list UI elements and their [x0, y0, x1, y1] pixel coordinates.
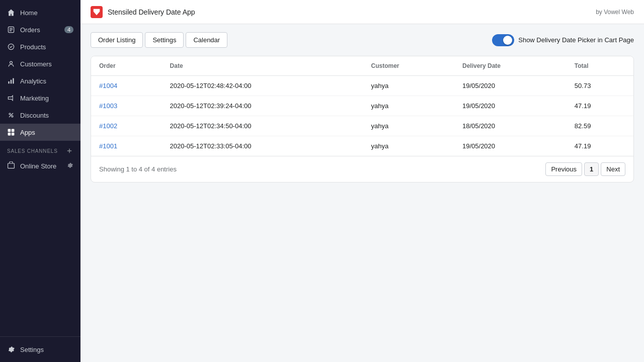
cell-order[interactable]: #1004 [91, 76, 162, 96]
settings-bottom-label: Settings [20, 346, 44, 353]
next-button[interactable]: Next [601, 162, 625, 176]
sidebar-item-discounts[interactable]: Discounts [0, 107, 80, 124]
orders-table-card: Order Date Customer Delivery Date Total … [91, 56, 634, 183]
sidebar-item-settings[interactable]: Settings [0, 341, 80, 358]
topbar: Stensiled Delivery Date App by Vowel Web [80, 0, 644, 24]
cell-customer: yahya [363, 116, 454, 136]
cell-delivery-date: 19/05/2020 [454, 96, 567, 116]
delivery-date-toggle[interactable] [492, 34, 514, 46]
settings-icon [7, 345, 15, 353]
svg-rect-15 [12, 133, 15, 136]
col-order: Order [91, 56, 162, 76]
toggle-thumb [503, 36, 512, 45]
svg-rect-13 [12, 129, 15, 132]
sidebar-item-online-store[interactable]: Online Store [0, 157, 80, 175]
svg-point-5 [10, 61, 13, 64]
orders-table: Order Date Customer Delivery Date Total … [91, 56, 633, 156]
cell-order[interactable]: #1003 [91, 96, 162, 116]
app-logo [91, 6, 103, 18]
svg-point-10 [12, 116, 13, 117]
pagination-row: Showing 1 to 4 of 4 entries Previous 1 N… [91, 156, 633, 182]
tab-settings[interactable]: Settings [145, 32, 184, 48]
cell-customer: yahya [363, 96, 454, 116]
table-row: #1001 2020-05-12T02:33:05-04:00 yahya 19… [91, 136, 633, 156]
main-content: Stensiled Delivery Date App by Vowel Web… [80, 0, 644, 362]
online-store-label: Online Store [20, 162, 56, 170]
cell-total: 50.73 [567, 76, 633, 96]
cell-order[interactable]: #1001 [91, 136, 162, 156]
svg-point-9 [9, 113, 11, 115]
toggle-label: Show Delivery Date Picker in Cart Page [518, 36, 634, 44]
table-header-row: Order Date Customer Delivery Date Total [91, 56, 633, 76]
sidebar-item-home-label: Home [20, 9, 38, 17]
sidebar-bottom: Settings [0, 336, 80, 362]
sidebar-item-discounts-label: Discounts [20, 112, 49, 119]
cell-customer: yahya [363, 136, 454, 156]
sidebar-item-apps-label: Apps [20, 129, 35, 136]
svg-rect-12 [8, 129, 11, 132]
online-store-icon [7, 161, 15, 171]
sidebar-item-home[interactable]: Home [0, 4, 80, 21]
sidebar-item-customers-label: Customers [20, 60, 52, 68]
cell-date: 2020-05-12T02:48:42-04:00 [162, 76, 363, 96]
svg-rect-6 [8, 81, 9, 84]
customers-icon [7, 60, 15, 68]
marketing-icon [7, 94, 15, 102]
sidebar-item-customers[interactable]: Customers [0, 55, 80, 72]
col-delivery-date: Delivery Date [454, 56, 567, 76]
page-1-button[interactable]: 1 [584, 162, 599, 176]
sidebar-item-products[interactable]: Products [0, 38, 80, 55]
sidebar-item-orders[interactable]: Orders 4 [0, 21, 80, 38]
previous-button[interactable]: Previous [545, 162, 582, 176]
discounts-icon [7, 111, 15, 119]
pagination-controls: Previous 1 Next [545, 162, 625, 176]
sidebar: Home Orders 4 Products Customers A [0, 0, 80, 362]
home-icon [7, 9, 15, 17]
col-total: Total [567, 56, 633, 76]
showing-text: Showing 1 to 4 of 4 entries [99, 165, 177, 173]
tab-bar: Order Listing Settings Calendar Show Del… [91, 32, 634, 48]
sales-channels-section: SALES CHANNELS [0, 141, 80, 157]
orders-icon [7, 26, 15, 34]
tabs-left: Order Listing Settings Calendar [91, 32, 227, 48]
add-sales-channel-icon[interactable] [65, 147, 73, 155]
cell-total: 47.19 [567, 96, 633, 116]
cell-order[interactable]: #1002 [91, 116, 162, 136]
cell-customer: yahya [363, 76, 454, 96]
table-row: #1002 2020-05-12T02:34:50-04:00 yahya 18… [91, 116, 633, 136]
cell-date: 2020-05-12T02:34:50-04:00 [162, 116, 363, 136]
app-by: by Vowel Web [596, 9, 634, 16]
cell-total: 47.19 [567, 136, 633, 156]
tab-calendar[interactable]: Calendar [186, 32, 227, 48]
cell-delivery-date: 19/05/2020 [454, 136, 567, 156]
products-icon [7, 43, 15, 51]
col-customer: Customer [363, 56, 454, 76]
col-date: Date [162, 56, 363, 76]
sidebar-item-marketing-label: Marketing [20, 95, 49, 102]
orders-badge: 4 [64, 26, 73, 33]
analytics-icon [7, 77, 15, 85]
content-area: Order Listing Settings Calendar Show Del… [80, 24, 644, 362]
toggle-track [492, 34, 514, 46]
sidebar-item-marketing[interactable]: Marketing [0, 89, 80, 107]
sidebar-item-analytics[interactable]: Analytics [0, 72, 80, 89]
svg-rect-14 [8, 133, 11, 136]
sidebar-item-apps[interactable]: Apps [0, 124, 80, 141]
apps-icon [7, 128, 15, 136]
sidebar-item-products-label: Products [20, 43, 46, 51]
cell-total: 82.59 [567, 116, 633, 136]
cell-date: 2020-05-12T02:33:05-04:00 [162, 136, 363, 156]
svg-rect-8 [13, 78, 14, 83]
tab-order-listing[interactable]: Order Listing [91, 32, 143, 48]
sidebar-nav: Home Orders 4 Products Customers A [0, 0, 80, 336]
svg-line-11 [9, 113, 13, 117]
sidebar-item-orders-label: Orders [20, 26, 40, 34]
online-store-gear-icon[interactable] [66, 162, 73, 170]
table-row: #1004 2020-05-12T02:48:42-04:00 yahya 19… [91, 76, 633, 96]
svg-rect-7 [11, 80, 12, 84]
app-title: Stensiled Delivery Date App [108, 8, 195, 16]
table-row: #1003 2020-05-12T02:39:24-04:00 yahya 19… [91, 96, 633, 116]
sales-channels-label: SALES CHANNELS [7, 148, 58, 154]
sidebar-item-analytics-label: Analytics [20, 77, 46, 85]
svg-rect-16 [8, 163, 15, 168]
